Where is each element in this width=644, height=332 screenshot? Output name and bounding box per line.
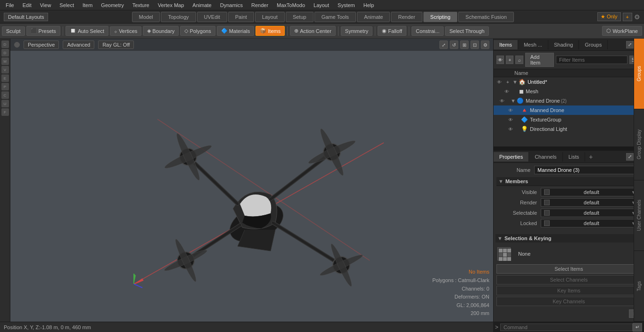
eye-icon-manned-drone[interactable]: 👁	[507, 106, 514, 114]
viewport-raygl[interactable]: Ray GL: Off	[98, 40, 134, 49]
tree-item-manned-drone[interactable]: 👁 🔺 Manned Drone	[494, 105, 644, 115]
menu-item[interactable]: Item	[79, 1, 96, 9]
viewport-ctrl-zoom[interactable]: ⊞	[460, 40, 469, 49]
boundary-btn[interactable]: ◈ Boundary	[143, 26, 179, 36]
sidebar-icon-4[interactable]: V	[1, 66, 9, 73]
constraints-btn[interactable]: Constrai...	[412, 26, 444, 36]
select-items-btn[interactable]: Select Items	[496, 264, 641, 274]
items-btn[interactable]: 📦 Items	[256, 26, 285, 36]
eye-icon-drone-group[interactable]: 👁	[498, 97, 506, 105]
sidebar-icon-5[interactable]: E	[1, 74, 9, 82]
sel-key-header[interactable]: ▼ Selection & Keying	[495, 234, 642, 243]
render-checkbox[interactable]	[544, 200, 550, 205]
tab-uvedit[interactable]: UVEdit	[197, 12, 227, 22]
menu-help[interactable]: Help	[360, 1, 378, 9]
auto-select-btn[interactable]: 🔲 Auto Select	[66, 26, 108, 36]
eye-icon-untitled[interactable]: 👁	[495, 78, 503, 86]
tab-paint[interactable]: Paint	[228, 12, 254, 22]
falloff-btn[interactable]: ◉ Falloff	[378, 26, 406, 36]
menu-select[interactable]: Select	[56, 1, 78, 9]
props-expand-btn[interactable]: ⤢	[626, 153, 634, 161]
panel-tab-shading[interactable]: Shading	[548, 40, 579, 49]
tree-item-texture-group[interactable]: 👁 🔷 TextureGroup	[494, 115, 644, 124]
tab-model[interactable]: Model	[132, 12, 160, 22]
command-submit-btn[interactable]: ↵	[633, 323, 642, 332]
add-item-button[interactable]: Add Item	[525, 53, 554, 67]
star-only-badge[interactable]: ★ Only	[597, 12, 621, 21]
key-items-btn[interactable]: Key Items	[496, 286, 641, 295]
viewport-perspective[interactable]: Perspective	[24, 40, 59, 49]
panel-tab-items[interactable]: Items	[494, 40, 518, 49]
tree-item-dir-light[interactable]: 👁 💡 Directional Light	[494, 124, 644, 134]
scroll-area[interactable]	[494, 146, 644, 150]
locked-dropdown[interactable]: default ▼	[541, 219, 639, 227]
edge-tab-groups[interactable]: Groups	[634, 39, 644, 109]
symmetry-btn[interactable]: Symmetry	[341, 26, 373, 36]
tab-scripting[interactable]: Scripting	[423, 12, 458, 22]
menu-render[interactable]: Render	[248, 1, 272, 9]
menu-dynamics[interactable]: Dynamics	[216, 1, 247, 9]
eye-icon-texture-group[interactable]: 👁	[507, 116, 514, 123]
menu-view[interactable]: View	[36, 1, 55, 9]
tab-game-tools[interactable]: Game Tools	[314, 12, 356, 22]
eye-icon-mesh[interactable]: 👁	[503, 88, 511, 95]
visible-checkbox[interactable]	[544, 189, 550, 195]
menu-texture[interactable]: Texture	[129, 1, 153, 9]
menu-maxtomodo[interactable]: MaxToModo	[273, 1, 309, 9]
tree-item-mesh[interactable]: 👁 ◼ Mesh	[494, 87, 644, 96]
edge-tab-user-channels[interactable]: User Channels	[634, 180, 644, 251]
menu-geometry[interactable]: Geometry	[97, 1, 127, 9]
menu-edit[interactable]: Edit	[19, 1, 35, 9]
viewport-advanced[interactable]: Advanced	[63, 40, 94, 49]
locked-checkbox[interactable]	[544, 220, 550, 226]
selectable-dropdown[interactable]: default ▼	[541, 209, 639, 217]
visible-dropdown[interactable]: default ▼	[541, 188, 639, 196]
sculpt-btn[interactable]: Sculpt	[2, 26, 25, 36]
eye-icon-dir-light[interactable]: 👁	[507, 125, 514, 133]
add-layout-btn[interactable]: +	[623, 13, 632, 21]
menu-vertex-map[interactable]: Vertex Map	[154, 1, 188, 9]
filter-items-input[interactable]	[556, 56, 627, 64]
edge-tab-group-display[interactable]: Group Display	[634, 109, 644, 180]
sidebar-icon-2[interactable]: D	[1, 49, 9, 57]
work-plane-btn[interactable]: ⬡ WorkPlane	[602, 26, 642, 36]
layout-dropdown[interactable]: Default Layouts	[4, 13, 48, 21]
presets-btn[interactable]: ⬛ Presets	[26, 26, 60, 36]
tree-item-untitled[interactable]: 👁 + ▼ 🏠 Untitled*	[494, 77, 644, 87]
viewport-ctrl-fit[interactable]: ⊡	[471, 40, 479, 49]
props-tab-channels[interactable]: Channels	[529, 152, 562, 162]
viewport-ctrl-move[interactable]: ⤢	[439, 40, 448, 49]
polygons-btn[interactable]: ◇ Polygons	[180, 26, 215, 36]
materials-btn[interactable]: 🔷 Materials	[217, 26, 255, 36]
tab-animate[interactable]: Animate	[357, 12, 390, 22]
sidebar-icon-3[interactable]: M	[1, 57, 9, 65]
panel-tab-mesh[interactable]: Mesh ...	[518, 40, 548, 49]
viewport-dot[interactable]	[14, 42, 20, 48]
viewport[interactable]: Perspective Advanced Ray GL: Off ⤢ ↺ ⊞ ⊡…	[10, 39, 493, 322]
tree-arrow-untitled[interactable]: ▼	[512, 79, 518, 85]
name-input[interactable]	[534, 166, 641, 174]
tree-item-drone-group[interactable]: 👁 ▼ 🔵 Manned Drone (2)	[494, 96, 644, 105]
edge-tab-tags[interactable]: Tags	[634, 251, 644, 322]
menu-file[interactable]: File	[2, 1, 18, 9]
sidebar-icon-1[interactable]: D	[1, 40, 9, 48]
tab-schematic[interactable]: Schematic Fusion	[458, 12, 513, 22]
select-through-btn[interactable]: Select Through	[445, 26, 488, 36]
tab-topology[interactable]: Topology	[161, 12, 196, 22]
sidebar-icon-6[interactable]: P	[1, 83, 9, 90]
props-tab-add[interactable]: +	[585, 151, 596, 162]
tree-arrow-drone-group[interactable]: ▼	[511, 98, 516, 104]
items-search-btn[interactable]: ⌕	[515, 56, 523, 64]
menu-system[interactable]: System	[334, 1, 359, 9]
eye-icon2-untitled[interactable]: +	[504, 78, 512, 86]
viewport-ctrl-rotate[interactable]: ↺	[450, 40, 458, 49]
action-center-btn[interactable]: ⊕ Action Center	[290, 26, 336, 36]
sidebar-icon-7[interactable]: C	[1, 91, 9, 99]
tab-render[interactable]: Render	[391, 12, 422, 22]
vertices-btn[interactable]: ⬦ Vertices	[110, 26, 141, 36]
select-channels-btn[interactable]: Select Channels	[496, 275, 641, 284]
viewport-ctrl-settings[interactable]: ⚙	[481, 40, 489, 49]
panel-expand-btn[interactable]: ⤢	[626, 41, 634, 49]
props-tab-properties[interactable]: Properties	[494, 152, 529, 162]
settings-icon[interactable]: ⚙	[634, 13, 640, 21]
